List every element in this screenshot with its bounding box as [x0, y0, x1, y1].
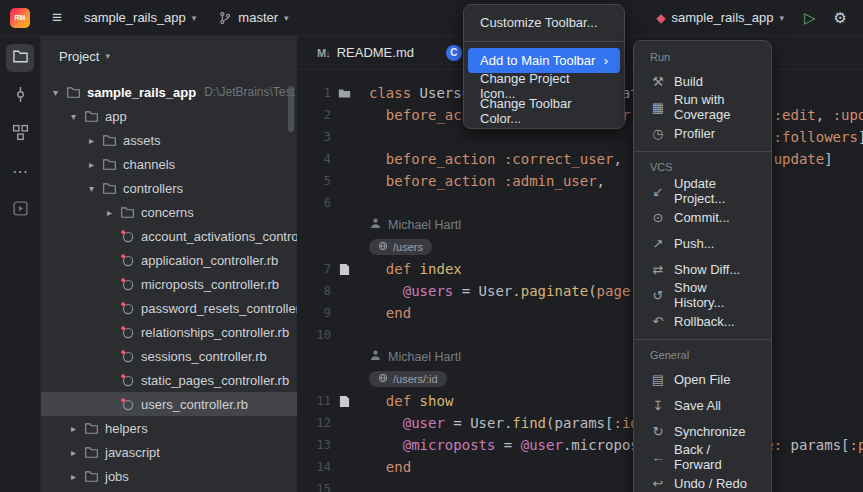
menu-item-undo-redo[interactable]: ↩Undo / Redo	[634, 470, 771, 492]
chevron-right-icon[interactable]: ▸	[65, 423, 82, 434]
settings-button[interactable]: ⚙	[828, 6, 853, 30]
gutter-file-icon[interactable]	[331, 395, 357, 408]
line-number[interactable]: 13	[297, 434, 331, 456]
run-button[interactable]: ▷	[798, 6, 822, 30]
chevron-right-icon[interactable]: ▸	[83, 135, 100, 146]
more-tool-windows-button[interactable]: ⋯	[6, 158, 34, 186]
menu-item-profiler[interactable]: ◷Profiler	[634, 120, 771, 146]
scrollbar-thumb[interactable]	[288, 86, 294, 132]
chevron-right-icon[interactable]: ▸	[83, 159, 100, 170]
menu-item-show-diff[interactable]: ⇄Show Diff...	[634, 256, 771, 282]
menu-divider	[634, 151, 771, 152]
route-badge[interactable]: /users/:id	[369, 371, 447, 387]
menu-item-build[interactable]: ⚒Build	[634, 68, 771, 94]
menu-item-run-with-coverage[interactable]: ▦Run with Coverage	[634, 94, 771, 120]
tree-item-sample-rails-app[interactable]: ▾sample_rails_appD:\JetBrains\Test p	[41, 80, 297, 104]
menu-item-commit[interactable]: ⊙Commit...	[634, 204, 771, 230]
menu-item-push[interactable]: ↗Push...	[634, 230, 771, 256]
code-author-annotation[interactable]: Michael Hartl	[369, 217, 461, 233]
route-badge[interactable]: /users	[369, 239, 432, 255]
tree-item-relationships-controller-rb[interactable]: relationships_controller.rb	[41, 320, 297, 344]
line-number[interactable]: 8	[297, 280, 331, 302]
menu-item-back-forward[interactable]: ←Back / Forward	[634, 444, 771, 470]
project-tool-button[interactable]	[6, 44, 34, 72]
tree-item-password-resets-controller-rb[interactable]: password_resets_controller.rb	[41, 296, 297, 320]
chevron-right-icon[interactable]: ▸	[65, 471, 82, 482]
line-number[interactable]: 6	[297, 192, 331, 214]
main-menu-button[interactable]: ≡	[44, 5, 70, 30]
tree-item-channels[interactable]: ▸channels	[41, 152, 297, 176]
menu-item-change-project-icon[interactable]: Change Project Icon...	[468, 73, 620, 98]
tree-item-concerns[interactable]: ▸concerns	[41, 200, 297, 224]
tree-item-jobs[interactable]: ▸jobs	[41, 464, 297, 488]
menu-section-header: VCS	[634, 157, 771, 178]
menu-item-change-toolbar-color[interactable]: Change Toolbar Color...	[468, 98, 620, 123]
project-panel-header[interactable]: Project ▾	[41, 36, 297, 76]
code-line: 8 @users = User.paginate(page: params[:p…	[297, 280, 863, 302]
git-branch-icon	[218, 11, 232, 25]
chevron-down-icon[interactable]: ▾	[83, 183, 100, 194]
tree-item-helpers[interactable]: ▸helpers	[41, 416, 297, 440]
tree-item-label: sample_rails_app	[87, 85, 196, 100]
tree-item-javascript[interactable]: ▸javascript	[41, 440, 297, 464]
project-selector[interactable]: sample_rails_app ▾	[76, 6, 204, 29]
tree-item-label: javascript	[105, 445, 160, 460]
chevron-right-icon[interactable]: ▸	[65, 447, 82, 458]
tree-item-static-pages-controller-rb[interactable]: static_pages_controller.rb	[41, 368, 297, 392]
menu-item-open-file[interactable]: ▤Open File	[634, 366, 771, 392]
line-number[interactable]: 10	[297, 324, 331, 346]
circle-c-icon[interactable]: C	[446, 45, 462, 61]
line-number[interactable]: 4	[297, 148, 331, 170]
line-number[interactable]: 11	[297, 390, 331, 412]
chevron-down-icon[interactable]: ▾	[47, 87, 64, 98]
commit-tool-button[interactable]	[6, 82, 34, 110]
structure-icon	[12, 124, 29, 144]
run-configuration-selector[interactable]: ◆ sample_rails_app ▾	[648, 6, 792, 29]
line-number[interactable]: 3	[297, 126, 331, 148]
tab-readme[interactable]: M↓ README.md	[307, 36, 424, 69]
chevron-down-icon: ▾	[192, 13, 197, 23]
tree-item-sessions-controller-rb[interactable]: sessions_controller.rb	[41, 344, 297, 368]
gutter-folder-icon[interactable]	[331, 87, 357, 100]
menu-item-add-to-main-toolbar[interactable]: Add to Main Toolbar›	[468, 48, 620, 73]
folder-icon	[100, 157, 118, 172]
undo-redo-icon: ↩	[650, 476, 666, 491]
chevron-down-icon[interactable]: ▾	[65, 111, 82, 122]
line-number[interactable]: 9	[297, 302, 331, 324]
tree-item-label: jobs	[105, 469, 129, 484]
menu-item-label: Save All	[674, 398, 721, 413]
chevron-down-icon: ▾	[779, 13, 784, 23]
services-icon	[12, 200, 29, 220]
run-with-coverage-icon: ▦	[650, 100, 666, 115]
code-author-annotation[interactable]: Michael Hartl	[369, 349, 461, 365]
line-number[interactable]: 12	[297, 412, 331, 434]
folder-icon	[100, 133, 118, 148]
tree-item-controllers[interactable]: ▾controllers	[41, 176, 297, 200]
menu-item-update-project[interactable]: ↙Update Project...	[634, 178, 771, 204]
menu-item-show-history[interactable]: ↺Show History...	[634, 282, 771, 308]
line-number[interactable]: 2	[297, 104, 331, 126]
vcs-branch-widget[interactable]: master ▾	[210, 6, 296, 29]
ruby-class-icon	[118, 277, 136, 292]
menu-item-customize-toolbar[interactable]: Customize Toolbar...	[468, 10, 620, 35]
tree-item-users-controller-rb[interactable]: users_controller.rb	[41, 392, 297, 416]
menu-item-save-all[interactable]: ↧Save All	[634, 392, 771, 418]
code-editor[interactable]: 1class UsersController < ApplicationCont…	[297, 70, 863, 492]
line-number[interactable]: 5	[297, 170, 331, 192]
tree-item-account-activations-controller-rb[interactable]: account_activations_controller.rb	[41, 224, 297, 248]
structure-tool-button[interactable]	[6, 120, 34, 148]
line-number[interactable]: 15	[297, 478, 331, 492]
tree-item-app[interactable]: ▾app	[41, 104, 297, 128]
line-number[interactable]: 1	[297, 82, 331, 104]
line-number[interactable]: 14	[297, 456, 331, 478]
code-line: 4 before_action :correct_user, only: [:e…	[297, 148, 863, 170]
line-number[interactable]: 7	[297, 258, 331, 280]
chevron-right-icon[interactable]: ▸	[101, 207, 118, 218]
tree-item-microposts-controller-rb[interactable]: microposts_controller.rb	[41, 272, 297, 296]
tree-item-application-controller-rb[interactable]: application_controller.rb	[41, 248, 297, 272]
menu-item-rollback[interactable]: ↶Rollback...	[634, 308, 771, 334]
menu-item-synchronize[interactable]: ↻Synchronize	[634, 418, 771, 444]
gutter-file-icon[interactable]	[331, 263, 357, 276]
tree-item-assets[interactable]: ▸assets	[41, 128, 297, 152]
services-tool-button[interactable]	[6, 196, 34, 224]
